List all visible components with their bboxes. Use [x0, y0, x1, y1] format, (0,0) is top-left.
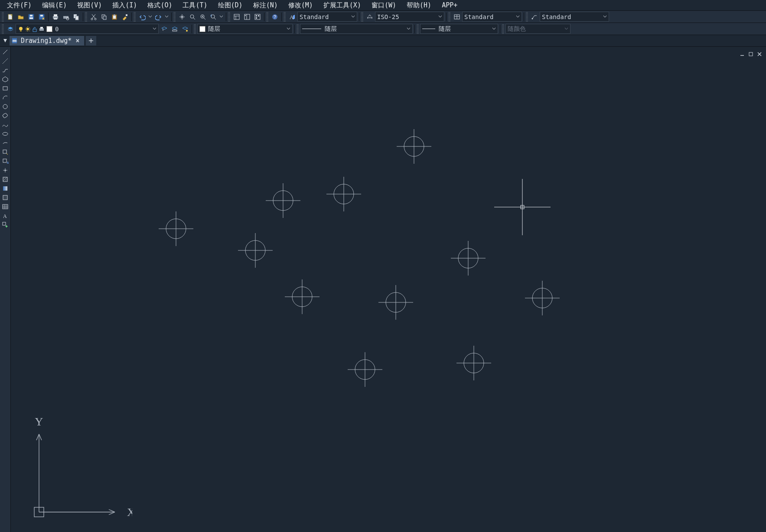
dim-style-icon[interactable]: [365, 12, 375, 22]
undo-dropdown[interactable]: [147, 12, 153, 22]
undo-button[interactable]: [137, 12, 147, 22]
text-style-combo[interactable]: Standard: [297, 12, 357, 22]
point-entity[interactable]: [156, 209, 196, 248]
polygon-tool[interactable]: [1, 75, 10, 84]
rectangle-tool[interactable]: [1, 84, 10, 93]
open-button[interactable]: [16, 12, 26, 22]
point-entity[interactable]: [376, 283, 415, 322]
cut-button[interactable]: [88, 12, 98, 22]
add-selected-tool[interactable]: [1, 221, 10, 229]
table-style-combo[interactable]: Standard: [462, 12, 522, 22]
menu-tools[interactable]: 工具(T): [177, 0, 212, 10]
polyline-tool[interactable]: [1, 66, 10, 75]
layer-state-button[interactable]: [169, 24, 179, 34]
plot-preview-button[interactable]: [61, 12, 71, 22]
tab-list-toggle[interactable]: [2, 37, 9, 44]
make-block-tool[interactable]: A: [1, 157, 10, 165]
viewport-minimize-button[interactable]: [739, 51, 745, 57]
new-button[interactable]: [5, 12, 15, 22]
layer-manager-button[interactable]: [5, 24, 15, 34]
menu-window[interactable]: 窗口(W): [366, 0, 401, 10]
point-entity[interactable]: [324, 175, 363, 214]
redo-dropdown[interactable]: [164, 12, 169, 22]
table-style-icon[interactable]: [452, 12, 462, 22]
pan-button[interactable]: [177, 12, 187, 22]
layer-isolate-button[interactable]: [180, 24, 190, 34]
spline-tool[interactable]: [1, 120, 10, 129]
toolbar-grip[interactable]: [448, 12, 450, 22]
hatch-tool[interactable]: [1, 175, 10, 184]
help-button[interactable]: ?: [270, 12, 280, 22]
region-tool[interactable]: [1, 193, 10, 202]
menu-appplus[interactable]: APP+: [437, 0, 463, 10]
toolbar-grip[interactable]: [194, 24, 196, 34]
point-entity[interactable]: [346, 350, 385, 389]
match-props-button[interactable]: [120, 12, 130, 22]
line-tool[interactable]: [1, 48, 10, 56]
plotstyle-combo[interactable]: 随颜色: [505, 24, 570, 34]
point-entity[interactable]: [454, 344, 493, 383]
table-tool[interactable]: [1, 202, 10, 211]
menu-draw[interactable]: 绘图(D): [213, 0, 248, 10]
drawing-canvas[interactable]: Y X: [11, 47, 766, 532]
toolbar-grip[interactable]: [2, 12, 4, 22]
mleader-style-icon[interactable]: [529, 12, 539, 22]
zoom-dropdown[interactable]: [218, 12, 224, 22]
menu-format[interactable]: 格式(O): [142, 0, 177, 10]
menu-help[interactable]: 帮助(H): [401, 0, 437, 10]
toolbar-grip[interactable]: [228, 12, 230, 22]
mtext-tool[interactable]: A: [1, 211, 10, 220]
toolbar-grip[interactable]: [502, 24, 504, 34]
revcloud-tool[interactable]: [1, 111, 10, 120]
gradient-tool[interactable]: [1, 184, 10, 193]
ellipse-arc-tool[interactable]: [1, 139, 10, 147]
toolbar-grip[interactable]: [417, 24, 419, 34]
toolbar-grip[interactable]: [173, 12, 176, 22]
toolbar-grip[interactable]: [134, 12, 136, 22]
toolbar-grip[interactable]: [361, 12, 363, 22]
menu-file[interactable]: 文件(F): [2, 0, 37, 10]
plot-button[interactable]: [50, 12, 60, 22]
mleader-style-combo[interactable]: Standard: [540, 12, 609, 22]
toolbar-grip[interactable]: [2, 24, 4, 34]
toolbar-grip[interactable]: [85, 12, 87, 22]
point-entity[interactable]: [394, 127, 434, 166]
menu-dim[interactable]: 标注(N): [248, 0, 283, 10]
zoom-realtime-button[interactable]: [187, 12, 197, 22]
viewport-restore-button[interactable]: [748, 51, 754, 57]
menu-modify[interactable]: 修改(M): [283, 0, 318, 10]
point-entity[interactable]: [264, 181, 303, 220]
properties-button[interactable]: [231, 12, 241, 22]
menu-view[interactable]: 视图(V): [72, 0, 107, 10]
linetype-combo[interactable]: 随层: [300, 24, 413, 34]
design-center-button[interactable]: [242, 12, 252, 22]
insert-block-tool[interactable]: [1, 148, 10, 156]
toolbar-grip[interactable]: [526, 12, 528, 22]
menu-insert[interactable]: 插入(I): [107, 0, 142, 10]
lineweight-combo[interactable]: 随层: [420, 24, 498, 34]
ellipse-tool[interactable]: [1, 130, 10, 138]
color-combo[interactable]: 随层: [197, 24, 293, 34]
saveas-button[interactable]: [36, 12, 46, 22]
toolbar-grip[interactable]: [266, 12, 268, 22]
redo-button[interactable]: [153, 12, 163, 22]
zoom-previous-button[interactable]: [208, 12, 218, 22]
menu-express[interactable]: 扩展工具(X): [318, 0, 366, 10]
tool-palettes-button[interactable]: [252, 12, 262, 22]
dim-style-combo[interactable]: ISO-25: [375, 12, 444, 22]
text-style-icon[interactable]: A: [287, 12, 297, 22]
circle-tool[interactable]: [1, 102, 10, 111]
layer-combo[interactable]: 0: [16, 24, 159, 34]
point-entity[interactable]: [236, 231, 275, 270]
publish-button[interactable]: [71, 12, 81, 22]
close-tab-button[interactable]: ×: [74, 37, 81, 45]
layer-previous-button[interactable]: [159, 24, 169, 34]
toolbar-grip[interactable]: [297, 24, 299, 34]
save-button[interactable]: [26, 12, 36, 22]
new-tab-button[interactable]: [86, 36, 96, 45]
xline-tool[interactable]: [1, 57, 10, 65]
zoom-window-button[interactable]: [198, 12, 208, 22]
arc-tool[interactable]: [1, 93, 10, 102]
toolbar-grip[interactable]: [284, 12, 286, 22]
point-tool[interactable]: [1, 166, 10, 175]
